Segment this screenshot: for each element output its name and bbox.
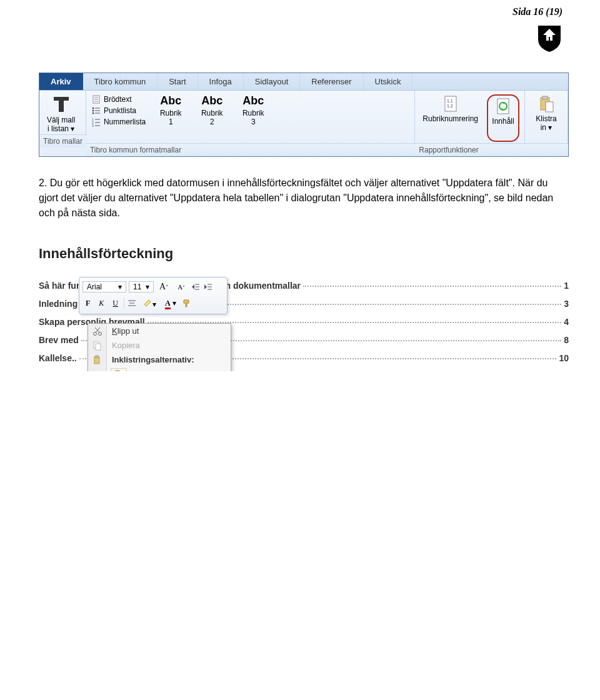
svg-line-37 [96, 328, 100, 332]
svg-rect-42 [96, 356, 98, 358]
format-painter-icon[interactable] [182, 298, 192, 308]
cut-icon [92, 326, 103, 337]
bullet-list-icon [91, 106, 101, 116]
ctx-copy[interactable]: Kopiera [88, 338, 231, 352]
tab-referenser[interactable]: Referenser [300, 73, 363, 90]
center-align-icon[interactable] [127, 298, 137, 308]
abc-icon: Abc [242, 94, 264, 108]
rubrik3-button[interactable]: Abc Rubrik3 [237, 94, 269, 142]
svg-point-36 [99, 332, 102, 335]
group-label-tibro-mallar: Tibro mallar [39, 134, 86, 148]
tab-sidlayout[interactable]: Sidlayout [244, 73, 300, 90]
clipboard-text-icon: A [112, 370, 125, 371]
brodtext-label: Brödtext [104, 95, 132, 104]
abc-icon: Abc [201, 94, 222, 108]
punktlista-button[interactable]: Punktlista [91, 106, 146, 116]
decrease-indent-icon[interactable] [191, 282, 201, 292]
italic-button[interactable]: K [96, 298, 107, 309]
grow-font-button[interactable]: A˄ [156, 281, 172, 293]
underline-button[interactable]: U [109, 298, 121, 309]
word-ribbon-screenshot: Arkiv Tibro kommun Start Infoga Sidlayou… [39, 72, 569, 157]
svg-point-6 [92, 108, 94, 109]
nummerlista-label: Nummerlista [104, 118, 146, 126]
svg-rect-25 [546, 102, 553, 112]
klistra-in-label: Klistrain ▾ [536, 114, 556, 132]
group-label-clipboard [525, 143, 568, 156]
svg-rect-1 [59, 101, 64, 112]
ctx-paste-options[interactable]: Inklistringsalternativ: [88, 352, 231, 367]
context-menu: Klipp ut Kopiera Inklistringsalternativ:… [88, 323, 231, 371]
page-numbering-icon: 1.11.2 [441, 94, 460, 113]
ribbon-body: Välj malli listan ▾ Tibro mallar Brödtex… [39, 91, 568, 156]
rubrik1-button[interactable]: Abc Rubrik1 [154, 94, 187, 142]
number-list-icon: 123 [91, 117, 101, 127]
nummerlista-button[interactable]: 123 Nummerlista [91, 117, 146, 127]
refresh-page-icon [494, 97, 512, 116]
svg-rect-0 [54, 97, 69, 101]
bold-button[interactable]: F [82, 298, 93, 309]
klistra-in-button[interactable]: Klistrain ▾ [530, 94, 562, 142]
group-label-rapportfunktioner: Rapportfunktioner [415, 143, 525, 156]
instruction-paragraph: 2. Du gör ett högerklick med datormusen … [39, 176, 569, 221]
svg-text:1.2: 1.2 [447, 104, 453, 108]
valj-mall-button[interactable]: Välj malli listan ▾ [44, 94, 78, 133]
shrink-font-button[interactable]: A˅ [174, 282, 188, 292]
svg-text:3: 3 [92, 124, 94, 127]
rubrik2-button[interactable]: Abc Rubrik2 [196, 94, 228, 142]
paste-keep-text-button[interactable]: A [111, 368, 127, 371]
tab-arkiv[interactable]: Arkiv [39, 73, 83, 90]
copy-icon [92, 340, 103, 351]
highlight-button[interactable]: ▾ [139, 296, 159, 311]
paragraph-icon [91, 94, 101, 104]
rubriknumrering-label: Rubriknumrering [422, 114, 478, 123]
brodtext-button[interactable]: Brödtext [91, 94, 146, 104]
svg-line-38 [95, 328, 99, 332]
svg-point-7 [92, 110, 94, 112]
tab-tibro-kommun[interactable]: Tibro kommun [83, 73, 158, 90]
ribbon-tabs-row: Arkiv Tibro kommun Start Infoga Sidlayou… [39, 73, 568, 91]
toc-context-screenshot: Innehållsförteckning Så här fungerar Tib… [39, 246, 569, 364]
separator [124, 298, 124, 309]
rubriknumrering-button[interactable]: 1.11.2 Rubriknumrering [420, 94, 481, 142]
tab-start[interactable]: Start [158, 73, 198, 90]
tab-utskick[interactable]: Utskick [364, 73, 413, 90]
font-size-select[interactable]: 11▾ [129, 281, 154, 292]
paste-options-icon [92, 354, 103, 366]
svg-rect-40 [96, 344, 101, 350]
valj-mall-label: Välj malli listan ▾ [47, 116, 75, 133]
svg-text:1.1: 1.1 [447, 99, 453, 103]
group-label-formatmallar: Tibro kommun formatmallar [86, 143, 415, 156]
innhall-label: Innhåll [492, 117, 514, 126]
template-icon [51, 94, 71, 114]
svg-rect-24 [542, 96, 548, 99]
paste-icon [537, 94, 556, 113]
tab-infoga[interactable]: Infoga [198, 73, 244, 90]
increase-indent-icon[interactable] [203, 282, 213, 292]
tibro-logo-icon [536, 24, 562, 54]
highlight-icon [142, 297, 152, 307]
toc-title: Innehållsförteckning [39, 246, 569, 262]
svg-point-8 [92, 112, 94, 114]
innhall-button[interactable]: Innhåll [487, 94, 519, 142]
abc-icon: Abc [160, 94, 181, 108]
page-number: Sida 16 (19) [0, 0, 600, 18]
mini-toolbar: Arial▾ 11▾ A˄ A˅ F K U ▾ A ▾ [79, 277, 228, 314]
svg-rect-41 [94, 357, 99, 364]
ctx-cut[interactable]: Klipp ut [88, 324, 231, 338]
font-color-button[interactable]: A ▾ [162, 298, 179, 309]
punktlista-label: Punktlista [104, 106, 136, 115]
font-name-select[interactable]: Arial▾ [82, 281, 126, 292]
svg-point-35 [94, 332, 97, 335]
svg-rect-44 [116, 371, 119, 371]
